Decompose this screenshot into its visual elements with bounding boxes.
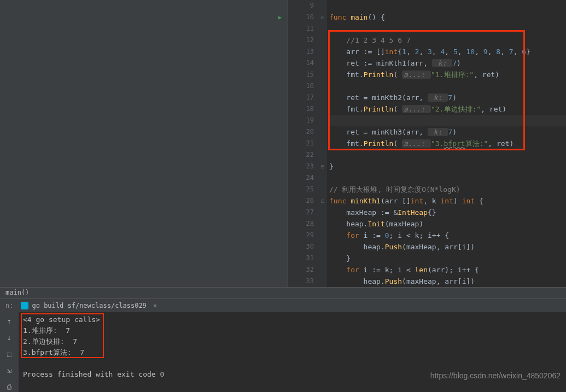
- line-number: 15: [288, 69, 314, 80]
- code-line[interactable]: [329, 172, 566, 184]
- fold-mark: [318, 57, 327, 69]
- code-line[interactable]: heap.Push(maxHeap, arr[i]): [329, 276, 566, 287]
- code-line[interactable]: fmt.Println( a...: "3.bfprt算法:", ret): [329, 138, 566, 149]
- code-line[interactable]: heap.Init(maxHeap): [329, 218, 566, 230]
- close-icon[interactable]: ×: [153, 302, 157, 309]
- line-number: 12: [288, 34, 314, 46]
- fold-mark: [318, 92, 327, 103]
- code-line[interactable]: func main() {: [329, 11, 566, 23]
- run-tab-label: go build sf/newclass/class029: [32, 302, 147, 309]
- line-number: 13: [288, 46, 314, 57]
- console-line: 1.堆排序: 7: [23, 325, 562, 336]
- code-line[interactable]: //1 2 3 4 5 6 7: [329, 34, 566, 46]
- line-number: 14: [288, 57, 314, 69]
- fold-mark: [318, 184, 327, 195]
- fold-mark: [318, 241, 327, 253]
- code-line[interactable]: [329, 0, 566, 11]
- line-number: 20: [288, 126, 314, 138]
- console-toolbar: ↑ ↓ ⬚ ⇲ ⎙: [0, 312, 19, 392]
- fold-mark: [318, 23, 327, 34]
- line-number: 18: [288, 103, 314, 115]
- code-line[interactable]: ret = minKth3(arr, k: 7): [329, 126, 566, 138]
- code-line[interactable]: func minKth1(arr []int, k int) int {: [329, 195, 566, 207]
- line-number: 31: [288, 253, 314, 264]
- print-icon[interactable]: ⎙: [4, 381, 15, 392]
- line-number: 21: [288, 138, 314, 149]
- code-line[interactable]: arr := []int{1, 2, 3, 4, 5, 10, 9, 8, 7,…: [329, 46, 566, 57]
- fold-mark: [318, 46, 327, 57]
- fold-mark: [318, 103, 327, 115]
- up-icon[interactable]: ↑: [4, 315, 15, 326]
- line-gutter: 9▶10111213141516171819202122232425262728…: [288, 0, 318, 287]
- line-number: 32: [288, 264, 314, 276]
- code-editor[interactable]: 9▶10111213141516171819202122232425262728…: [288, 0, 566, 287]
- run-tab[interactable]: go build sf/newclass/class029 ×: [16, 301, 161, 311]
- code-line[interactable]: // 利用大根堆, 时间复杂度O(N*logK): [329, 184, 566, 195]
- fold-gutter[interactable]: ⊟⊟⊟: [318, 0, 327, 287]
- line-number: 9: [288, 0, 314, 11]
- line-number: 33: [288, 276, 314, 287]
- fold-mark: [318, 0, 327, 11]
- fold-mark: [318, 69, 327, 80]
- code-line[interactable]: }: [329, 253, 566, 264]
- fold-mark: [318, 172, 327, 184]
- fold-mark: [318, 138, 327, 149]
- fold-mark: [318, 218, 327, 230]
- console-area: ↑ ↓ ⬚ ⇲ ⎙ <4 go setup calls>1.堆排序: 72.单边…: [0, 312, 566, 392]
- run-tab-bar: n: go build sf/newclass/class029 ×: [0, 299, 566, 312]
- run-label: n:: [2, 302, 16, 309]
- fold-mark: [318, 264, 327, 276]
- console-line: 2.单边快排: 7: [23, 336, 562, 347]
- line-number: 16: [288, 80, 314, 92]
- console-line: 3.bfprt算法: 7: [23, 347, 562, 358]
- fold-mark: [318, 207, 327, 218]
- line-number: ▶10: [288, 11, 314, 23]
- console-output[interactable]: <4 go setup calls>1.堆排序: 72.单边快排: 73.bfp…: [19, 312, 566, 392]
- console-line: [23, 358, 562, 369]
- project-panel: [0, 0, 288, 287]
- fold-mark: [318, 253, 327, 264]
- fold-mark: [318, 34, 327, 46]
- go-icon: [21, 302, 28, 309]
- breadcrumb[interactable]: main(): [0, 287, 566, 299]
- fold-mark[interactable]: ⊟: [318, 11, 327, 23]
- code-line[interactable]: [329, 115, 566, 126]
- code-line[interactable]: ret = minKth2(arr, k: 7): [329, 92, 566, 103]
- line-number: 28: [288, 218, 314, 230]
- fold-mark[interactable]: ⊟: [318, 161, 327, 172]
- code-line[interactable]: ret := minKth1(arr, k: 7): [329, 57, 566, 69]
- code-line[interactable]: maxHeap := &IntHeap{}: [329, 207, 566, 218]
- code-content[interactable]: func main() { //1 2 3 4 5 6 7 arr := []i…: [327, 0, 566, 287]
- code-line[interactable]: }: [329, 161, 566, 172]
- line-number: 30: [288, 241, 314, 253]
- code-line[interactable]: heap.Push(maxHeap, arr[i]): [329, 241, 566, 253]
- line-number: 25: [288, 184, 314, 195]
- top-area: 9▶10111213141516171819202122232425262728…: [0, 0, 566, 287]
- line-number: 24: [288, 172, 314, 184]
- code-line[interactable]: [329, 149, 566, 161]
- code-line[interactable]: [329, 80, 566, 92]
- code-line[interactable]: for i := k; i < len(arr); i++ {: [329, 264, 566, 276]
- down-icon[interactable]: ↓: [4, 332, 15, 343]
- fold-mark[interactable]: ⊟: [318, 195, 327, 207]
- wrap-icon[interactable]: ⬚: [4, 348, 15, 359]
- console-line: <4 go setup calls>: [23, 314, 562, 325]
- code-line[interactable]: fmt.Println( a...: "1.堆排序:", ret): [329, 69, 566, 80]
- line-number: 22: [288, 149, 314, 161]
- line-number: 19: [288, 115, 314, 126]
- scroll-icon[interactable]: ⇲: [4, 365, 15, 376]
- fold-mark: [318, 149, 327, 161]
- code-line[interactable]: for i := 0; i < k; i++ {: [329, 230, 566, 241]
- fold-mark: [318, 80, 327, 92]
- run-gutter-icon[interactable]: ▶: [278, 11, 282, 23]
- line-number: 29: [288, 230, 314, 241]
- line-number: 11: [288, 23, 314, 34]
- fold-mark: [318, 115, 327, 126]
- line-number: 26: [288, 195, 314, 207]
- watermark: https://blog.csdn.net/weixin_48502062: [430, 371, 561, 380]
- line-number: 17: [288, 92, 314, 103]
- code-line[interactable]: fmt.Println( a...: "2.单边快排:", ret): [329, 103, 566, 115]
- line-number: 27: [288, 207, 314, 218]
- fold-mark: [318, 126, 327, 138]
- code-line[interactable]: [329, 23, 566, 34]
